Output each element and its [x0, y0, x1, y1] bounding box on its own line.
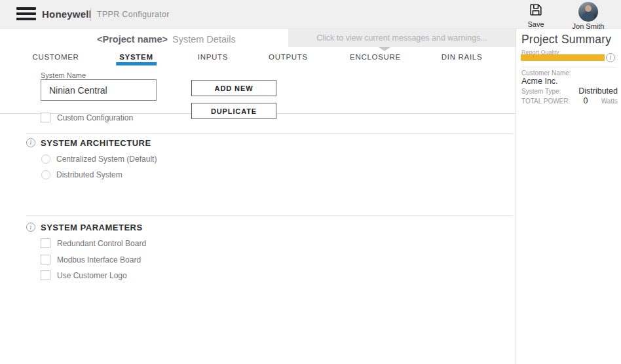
tab-customer[interactable]: CUSTOMER	[32, 53, 79, 61]
save-icon	[529, 3, 543, 17]
radio-distributed-system[interactable]: Distributed System	[41, 170, 122, 179]
parameters-heading: SYSTEM PARAMETERS	[41, 223, 143, 232]
report-quality-bar	[521, 54, 605, 61]
summary-title: Project Summary	[521, 33, 611, 46]
architecture-heading: SYSTEM ARCHITECTURE	[41, 138, 151, 148]
info-icon[interactable]	[26, 138, 35, 147]
radio-label: Distributed System	[56, 170, 122, 179]
tab-enclosure[interactable]: ENCLOSURE	[350, 53, 401, 61]
customer-name-label: Customer Name:	[521, 69, 571, 77]
total-power-label: TOTAL POWER:	[521, 98, 570, 105]
tab-system[interactable]: SYSTEM	[119, 53, 153, 61]
radio-icon[interactable]	[41, 155, 50, 164]
brand-divider	[90, 8, 91, 21]
radio-centralized-system[interactable]: Centralized System (Default)	[41, 155, 157, 164]
checkbox-label: Use Customer Logo	[57, 271, 127, 280]
radio-label: Centralized System (Default)	[56, 155, 157, 164]
project-name: <Project name>	[97, 34, 168, 45]
summary-divider	[521, 67, 617, 67]
messages-banner[interactable]: Click to view current messages and warni…	[288, 29, 516, 47]
save-button[interactable]: Save	[521, 3, 550, 28]
tab-din-rails[interactable]: DIN RAILS	[442, 53, 483, 61]
checkbox-icon[interactable]	[41, 270, 50, 280]
duplicate-button[interactable]: DUPLICATE	[191, 103, 276, 119]
total-power-value: 0	[584, 96, 588, 105]
add-new-button[interactable]: ADD NEW	[191, 80, 276, 96]
checkbox-label: Redundant Control Board	[57, 239, 146, 248]
report-quality-bar-fill	[521, 54, 605, 61]
total-power-unit: Watts	[601, 98, 618, 105]
checkbox-use-customer-logo[interactable]: Use Customer Logo	[41, 270, 127, 280]
system-name-input[interactable]	[41, 79, 157, 101]
radio-icon[interactable]	[41, 170, 50, 179]
checkbox-modbus-interface-board[interactable]: Modbus Interface Board	[41, 255, 141, 264]
save-label: Save	[521, 20, 550, 28]
total-power-row: TOTAL POWER: 0 Watts	[521, 96, 618, 105]
project-summary-panel: Project Summary Report Quality Customer …	[516, 29, 621, 364]
avatar	[578, 2, 598, 22]
info-icon[interactable]	[606, 53, 615, 62]
checkbox-redundant-control-board[interactable]: Redundant Control Board	[41, 238, 146, 248]
topbar: Honeywell TPPR Configurator Save Jon Smi…	[0, 0, 621, 29]
section-divider	[26, 215, 513, 216]
honeywell-logo: Honeywell	[42, 9, 92, 20]
system-type-value: Distributed	[578, 86, 618, 96]
customer-name-value: Acme Inc.	[521, 77, 558, 86]
checkbox-label: Modbus Interface Board	[57, 255, 141, 264]
tab-inputs[interactable]: INPUTS	[198, 53, 228, 61]
tab-outputs[interactable]: OUTPUTS	[269, 53, 308, 61]
section-divider	[26, 133, 513, 134]
checkbox-icon[interactable]	[41, 238, 50, 248]
app-window: Honeywell TPPR Configurator Save Jon Smi…	[0, 0, 621, 364]
system-type-label: System Type:	[521, 88, 561, 95]
checkbox-icon[interactable]	[41, 255, 50, 264]
breadcrumb: <Project name>System Details	[97, 34, 236, 45]
info-icon[interactable]	[26, 223, 35, 232]
system-type-row: System Type: Distributed	[521, 86, 618, 96]
app-title: TPPR Configurator	[97, 10, 170, 19]
tab-bar: CUSTOMER SYSTEM INPUTS OUTPUTS ENCLOSURE…	[0, 50, 516, 65]
checkbox-icon[interactable]	[41, 113, 50, 122]
custom-configuration-checkbox-row[interactable]: Custom Configuration	[41, 113, 133, 122]
user-menu[interactable]: Jon Smith	[565, 1, 611, 30]
page-title: System Details	[172, 34, 236, 45]
system-name-label: System Name	[41, 71, 86, 79]
custom-configuration-label: Custom Configuration	[57, 113, 133, 122]
menu-icon[interactable]	[16, 7, 36, 22]
